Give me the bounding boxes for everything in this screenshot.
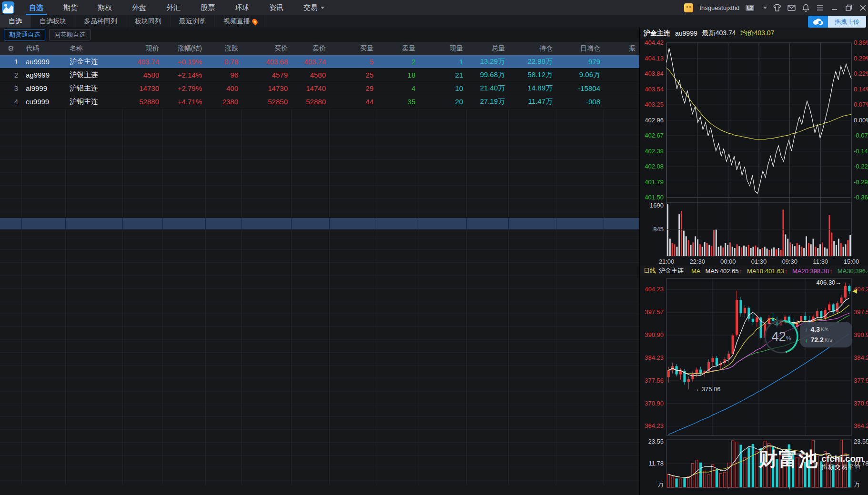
close-icon[interactable] <box>859 4 867 12</box>
table-row-al9999[interactable]: 3al9999沪铝主连14730+2.79%400147301474029410… <box>0 82 639 95</box>
mail-icon[interactable] <box>787 4 796 12</box>
svg-text:09:30: 09:30 <box>782 258 797 265</box>
watermark: 财富池 cfchi.com 指标交易平台 <box>758 446 864 472</box>
up-arrow-icon: ↑ <box>784 267 787 275</box>
app-logo-icon[interactable] <box>2 1 14 14</box>
watermark-tagline: 指标交易平台 <box>821 464 864 470</box>
cell-idx: 2 <box>0 69 22 81</box>
table-settings-gear-icon[interactable]: ⚙ <box>0 42 22 55</box>
cell-现量: 1 <box>419 55 467 68</box>
menu-item-交易[interactable]: 交易 <box>293 0 334 15</box>
column-header-总量[interactable]: 总量 <box>467 42 509 55</box>
tab-板块同列[interactable]: 板块同列 <box>126 15 171 28</box>
svg-text:384.23: 384.23 <box>645 354 664 361</box>
column-header-持仓[interactable]: 持仓 <box>509 42 556 55</box>
column-separator <box>377 109 377 485</box>
column-header-买价[interactable]: 买价 <box>242 42 292 55</box>
column-separator <box>604 109 604 485</box>
svg-text:0.14%: 0.14% <box>854 86 868 93</box>
cell-涨幅(结): +0.19% <box>163 55 206 68</box>
column-separator <box>122 109 123 485</box>
minimize-icon[interactable] <box>830 4 838 12</box>
column-header-振[interactable]: 振 <box>604 42 639 55</box>
table-row-cu9999[interactable]: 4cu9999沪铜主连52880+4.71%238052850528804435… <box>0 95 639 109</box>
column-header-涨幅(结)[interactable]: 涨幅(结) <box>163 42 206 55</box>
svg-text:1690: 1690 <box>650 202 664 209</box>
tab-自选板块[interactable]: 自选板块 <box>31 15 75 28</box>
column-header-卖价[interactable]: 卖价 <box>292 42 330 55</box>
table-empty-grid <box>0 109 639 485</box>
menu-item-环球[interactable]: 环球 <box>225 0 259 15</box>
svg-text:11:30: 11:30 <box>813 258 828 265</box>
cell-现量: 10 <box>419 82 467 95</box>
menu-item-外汇[interactable]: 外汇 <box>156 0 191 15</box>
cell-名称: 沪铜主连 <box>66 95 123 108</box>
svg-text:21:00: 21:00 <box>659 258 675 265</box>
avg-price: 均价403.07 <box>741 29 775 38</box>
tab-最近浏览[interactable]: 最近浏览 <box>171 15 215 28</box>
cell-持仓: 14.89万 <box>509 82 556 95</box>
column-header-现量[interactable]: 现量 <box>419 42 467 55</box>
list-menu-icon[interactable] <box>816 4 824 12</box>
svg-text:23.55: 23.55 <box>648 438 664 445</box>
svg-text:-0.36%: -0.36% <box>854 194 868 201</box>
cell-代码: al9999 <box>22 82 66 95</box>
tab-自选[interactable]: 自选 <box>0 15 31 28</box>
bell-icon[interactable] <box>802 4 810 12</box>
cell-代码: au9999 <box>22 55 66 68</box>
menu-item-自选[interactable]: 自选 <box>19 0 53 15</box>
subtab-期货通自选[interactable]: 期货通自选 <box>4 29 45 40</box>
column-header-代码[interactable]: 代码 <box>22 42 66 55</box>
column-header-名称[interactable]: 名称 <box>66 42 123 55</box>
cell-日增仓: -908 <box>556 95 604 108</box>
svg-text:377.5: 377.5 <box>854 377 868 384</box>
tab-视频直播[interactable]: 视频直播 <box>215 15 266 28</box>
svg-text:384.2: 384.2 <box>854 354 868 361</box>
skin-icon[interactable] <box>773 4 781 12</box>
menu-item-外盘[interactable]: 外盘 <box>122 0 156 15</box>
user-caret-icon[interactable] <box>763 7 767 9</box>
menu-item-期权[interactable]: 期权 <box>88 0 122 15</box>
svg-text:401.50: 401.50 <box>645 194 664 201</box>
menu-item-期货[interactable]: 期货 <box>53 0 88 15</box>
svg-text:404.13: 404.13 <box>645 55 664 62</box>
svg-text:万: 万 <box>657 481 664 488</box>
period-selector[interactable]: 日线 <box>644 267 656 275</box>
svg-text:377.56: 377.56 <box>645 377 664 384</box>
restore-icon[interactable] <box>845 4 853 12</box>
svg-text:370.9: 370.9 <box>854 400 868 407</box>
menu-item-资讯[interactable]: 资讯 <box>259 0 293 15</box>
svg-text:364.2: 364.2 <box>854 422 868 429</box>
cell-idx: 4 <box>0 95 22 108</box>
svg-text:364.23: 364.23 <box>645 422 664 429</box>
svg-text:402.96: 402.96 <box>645 117 664 124</box>
user-avatar[interactable] <box>684 3 693 12</box>
view-tab-row: 自选自选板块多品种同列板块同列最近浏览视频直播 <box>0 15 868 28</box>
tab-多品种同列[interactable]: 多品种同列 <box>75 15 126 28</box>
last-price: 最新403.74 <box>702 29 736 38</box>
ma-legend-MA30: MA30:396.4↑ <box>838 267 868 275</box>
table-row-au9999[interactable]: 1au9999沪金主连403.74+0.19%0.78403.68403.745… <box>0 55 639 69</box>
cell-卖量: 18 <box>377 69 419 81</box>
column-header-现价[interactable]: 现价 <box>123 42 163 55</box>
cell-现价: 4580 <box>123 69 163 81</box>
svg-text:402.38: 402.38 <box>645 148 664 155</box>
drag-upload-button[interactable]: 拖拽上传 <box>808 16 866 28</box>
username[interactable]: thsguestujxthd <box>699 4 739 11</box>
svg-text:万: 万 <box>854 481 860 488</box>
svg-text:0.29%: 0.29% <box>854 55 868 62</box>
column-header-卖量[interactable]: 卖量 <box>377 42 419 55</box>
svg-text:-0.29%: -0.29% <box>854 178 868 186</box>
intraday-chart[interactable]: 404.420.36%404.130.29%403.840.22%403.540… <box>640 39 868 266</box>
svg-text:390.9: 390.9 <box>854 331 868 338</box>
column-header-涨跌[interactable]: 涨跌 <box>206 42 242 55</box>
column-separator <box>556 109 556 485</box>
subtab-同花顺自选[interactable]: 同花顺自选 <box>49 29 91 40</box>
table-row-ag9999[interactable]: 2ag9999沪银主连4580+2.14%964579458025182199.… <box>0 69 639 82</box>
menu-item-股票[interactable]: 股票 <box>191 0 225 15</box>
cell-卖量: 2 <box>377 55 419 68</box>
column-header-日增仓[interactable]: 日增仓 <box>556 42 604 55</box>
cell-涨跌: 2380 <box>206 95 242 108</box>
column-header-买量[interactable]: 买量 <box>330 42 377 55</box>
highlighted-empty-row[interactable] <box>0 218 639 229</box>
